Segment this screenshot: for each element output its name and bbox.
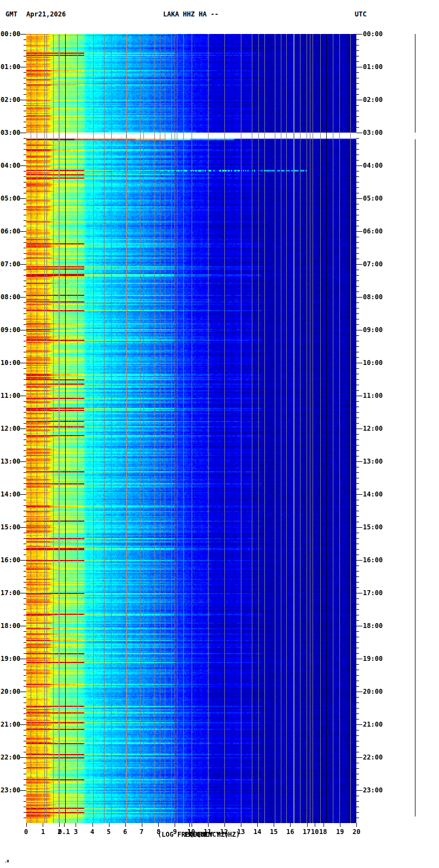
hour-tick-major-left bbox=[20, 330, 26, 330]
hour-tick-minor-right bbox=[356, 149, 359, 150]
freq-label-linear: 6 bbox=[123, 829, 127, 835]
hour-tick-minor-right bbox=[356, 785, 359, 785]
hour-tick-minor-left bbox=[24, 763, 26, 763]
hour-tick-minor-left bbox=[24, 204, 26, 204]
hour-tick-major-right bbox=[356, 560, 362, 561]
hour-tick-minor-left bbox=[24, 516, 26, 517]
hour-label-right: 08:00 bbox=[363, 294, 383, 300]
hour-tick-minor-right bbox=[356, 664, 359, 665]
hour-tick-minor-left bbox=[24, 472, 26, 473]
hour-tick-minor-right bbox=[356, 807, 359, 807]
hour-tick-minor-right bbox=[356, 302, 359, 303]
freq-gridline bbox=[47, 34, 47, 823]
hour-tick-minor-right bbox=[356, 105, 359, 106]
hour-tick-minor-right bbox=[356, 83, 359, 84]
hour-tick-minor-left bbox=[24, 648, 26, 648]
hour-tick-minor-left bbox=[24, 270, 26, 270]
hour-tick-minor-left bbox=[24, 127, 26, 128]
hour-label-left: 17:00 bbox=[1, 590, 20, 596]
hour-tick-minor-left bbox=[24, 637, 26, 637]
sgram-page: GMT Apr21,2026 LAKA HHZ HA -- UTC 00:000… bbox=[0, 0, 439, 868]
hour-tick-minor-right bbox=[356, 270, 359, 270]
hour-tick-major-right bbox=[356, 67, 362, 67]
freq-gridline bbox=[281, 34, 281, 823]
hour-label-right: 21:00 bbox=[363, 721, 383, 728]
hour-tick-minor-right bbox=[356, 127, 359, 128]
freq-gridline bbox=[165, 34, 165, 823]
hour-label-left: 20:00 bbox=[1, 688, 20, 695]
hour-tick-minor-right bbox=[356, 253, 359, 254]
hour-tick-minor-left bbox=[24, 160, 26, 161]
hour-label-left: 22:00 bbox=[1, 754, 20, 761]
hour-tick-minor-right bbox=[356, 204, 359, 204]
freq-gridline bbox=[111, 34, 112, 823]
hour-tick-minor-left bbox=[24, 149, 26, 150]
hour-tick-minor-left bbox=[24, 155, 26, 155]
hour-tick-minor-right bbox=[356, 313, 359, 314]
hour-tick-minor-left bbox=[24, 72, 26, 73]
freq-gridline bbox=[258, 34, 259, 823]
hour-tick-minor-right bbox=[356, 752, 359, 752]
hour-tick-minor-left bbox=[24, 505, 26, 506]
hour-tick-minor-right bbox=[356, 319, 359, 319]
hour-label-right: 03:00 bbox=[363, 129, 383, 136]
hour-tick-minor-right bbox=[356, 292, 359, 292]
hour-tick-minor-right bbox=[356, 275, 359, 276]
hour-tick-minor-left bbox=[24, 741, 26, 741]
hour-tick-major-right bbox=[356, 363, 362, 363]
hour-tick-minor-right bbox=[356, 472, 359, 473]
hour-tick-major-left bbox=[20, 724, 26, 725]
hour-tick-minor-left bbox=[24, 324, 26, 325]
hour-tick-minor-right bbox=[356, 72, 359, 73]
hour-tick-minor-left bbox=[24, 50, 26, 51]
hour-tick-minor-right bbox=[356, 571, 359, 572]
hour-label-left: 06:00 bbox=[1, 228, 20, 235]
hour-tick-minor-left bbox=[24, 111, 26, 111]
hour-tick-major-right bbox=[356, 34, 362, 35]
hour-tick-minor-right bbox=[356, 801, 359, 802]
hour-tick-minor-left bbox=[24, 94, 26, 95]
freq-gridline bbox=[224, 34, 225, 823]
hour-tick-minor-left bbox=[24, 445, 26, 446]
hour-tick-minor-right bbox=[356, 456, 359, 456]
right-indicator-line bbox=[415, 139, 415, 816]
hour-tick-major-left bbox=[20, 560, 26, 561]
hour-tick-major-left bbox=[20, 133, 26, 133]
hour-tick-minor-left bbox=[24, 735, 26, 736]
hour-label-left: 00:00 bbox=[1, 31, 20, 37]
hour-tick-minor-right bbox=[356, 642, 359, 643]
hour-tick-minor-left bbox=[24, 308, 26, 309]
hour-tick-major-left bbox=[20, 165, 26, 166]
hour-tick-minor-right bbox=[356, 39, 359, 40]
hour-tick-minor-left bbox=[24, 138, 26, 139]
freq-gridline bbox=[275, 34, 275, 823]
hour-label-left: 10:00 bbox=[1, 359, 20, 366]
hour-tick-minor-right bbox=[356, 335, 359, 336]
hour-tick-minor-left bbox=[24, 555, 26, 555]
hour-label-left: 08:00 bbox=[1, 294, 20, 300]
hour-tick-minor-left bbox=[24, 670, 26, 670]
hour-tick-minor-left bbox=[24, 434, 26, 435]
freq-tick-linear bbox=[340, 823, 340, 827]
hour-tick-minor-left bbox=[24, 313, 26, 314]
hour-tick-major-right bbox=[356, 724, 362, 725]
hour-tick-minor-right bbox=[356, 390, 359, 391]
hour-tick-minor-right bbox=[356, 818, 359, 818]
hour-tick-minor-right bbox=[356, 155, 359, 155]
hour-tick-minor-left bbox=[24, 237, 26, 237]
hour-tick-minor-right bbox=[356, 374, 359, 374]
freq-label-linear: 17 bbox=[303, 829, 310, 835]
hour-tick-minor-right bbox=[356, 412, 359, 413]
hour-tick-major-left bbox=[20, 429, 26, 429]
hour-tick-major-left bbox=[20, 494, 26, 495]
hour-tick-minor-right bbox=[356, 215, 359, 215]
hour-tick-minor-left bbox=[24, 549, 26, 550]
freq-gridline bbox=[154, 34, 155, 823]
hour-tick-minor-right bbox=[356, 779, 359, 780]
hour-tick-minor-right bbox=[356, 670, 359, 670]
hour-tick-major-left bbox=[20, 34, 26, 35]
hour-label-right: 10:00 bbox=[363, 359, 383, 366]
hour-tick-major-left bbox=[20, 593, 26, 593]
hour-label-right: 20:00 bbox=[363, 688, 383, 695]
freq-gridline bbox=[175, 34, 175, 823]
